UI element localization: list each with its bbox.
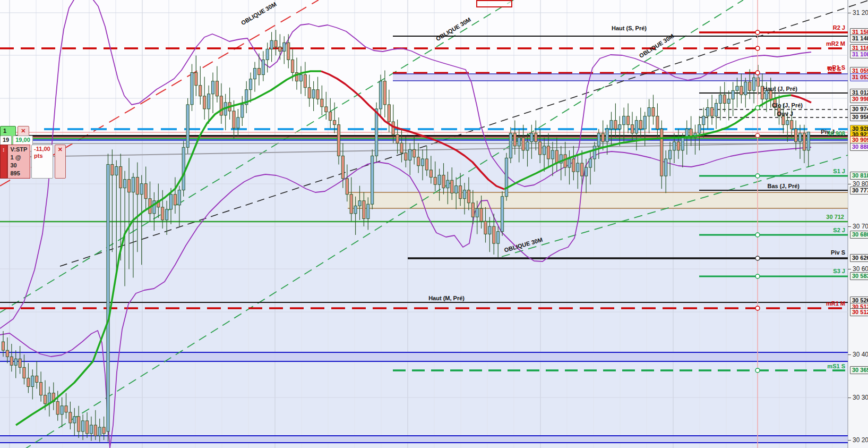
candle-up[interactable] [589,159,591,167]
candle-down[interactable] [36,376,38,382]
pivot-anchor-marker[interactable] [755,174,760,178]
candle-down[interactable] [400,143,403,153]
candle-up[interactable] [568,159,571,167]
candle-down[interactable] [782,116,785,125]
candle-down[interactable] [78,417,80,432]
pivot-anchor-marker[interactable] [755,30,760,35]
candle-up[interactable] [299,75,302,81]
candle-down[interactable] [56,402,59,415]
axis-price-label[interactable]: 30 512 [850,308,868,316]
candle-down[interactable] [350,195,353,214]
pivot-anchor-marker[interactable] [755,274,760,278]
candle-up[interactable] [358,201,361,206]
candle-up[interactable] [169,195,172,209]
axis-tick [848,184,851,184]
candle-up[interactable] [543,146,546,155]
candle-down[interactable] [174,195,176,205]
candle-down[interactable] [383,81,386,105]
candle-up[interactable] [643,116,646,129]
candle-down[interactable] [614,121,617,129]
candle-up[interactable] [593,146,596,159]
candle-up[interactable] [153,201,156,214]
candle-down[interactable] [27,378,30,386]
drag-stop-icon[interactable]: ↕ [0,145,7,179]
candle-up[interactable] [505,158,508,196]
candle-up[interactable] [610,121,613,129]
candle-down[interactable] [195,73,197,86]
candle-up[interactable] [237,117,239,128]
axis-price-label[interactable]: 30 956 [850,113,868,121]
candle-down[interactable] [341,156,344,179]
candle-down[interactable] [627,116,630,125]
candle-up[interactable] [786,121,789,125]
candle-up[interactable] [371,156,374,204]
candle-up[interactable] [266,49,269,60]
candle-down[interactable] [547,146,549,159]
candle-down[interactable] [417,157,420,166]
pivot-anchor-marker[interactable] [755,256,760,260]
candle-up[interactable] [354,206,357,213]
candle-down[interactable] [539,142,542,155]
pivot-anchor-marker[interactable] [755,233,760,237]
candle-up[interactable] [61,406,63,415]
pivot-anchor-marker[interactable] [755,306,760,310]
candle-down[interactable] [413,149,416,157]
axis-price-label[interactable]: 31 148 [850,35,868,43]
candle-up[interactable] [463,190,466,199]
axis-price-label[interactable]: 30 626 [850,254,868,262]
candle-down[interactable] [656,116,659,129]
candle-up[interactable] [623,116,625,125]
candle-down[interactable] [69,412,72,423]
candle-up[interactable] [497,232,500,244]
candle-down[interactable] [44,395,46,404]
candle-down[interactable] [6,350,8,357]
candle-down[interactable] [85,421,88,434]
candle-down[interactable] [564,155,566,167]
candle-down[interactable] [94,425,97,436]
axis-price-label[interactable]: 30 888 [850,143,868,151]
candle-down[interactable] [522,138,525,150]
candle-up[interactable] [31,376,34,386]
candle-up[interactable] [681,138,684,150]
candle-up[interactable] [551,150,554,159]
candle-up[interactable] [98,427,101,436]
candle-down[interactable] [333,121,336,125]
axis-price-label[interactable]: 30 777 [850,187,868,195]
candle-up[interactable] [178,190,181,205]
axis-price-label[interactable]: 30 998 [850,95,868,103]
candle-down[interactable] [467,190,470,203]
candle-down[interactable] [2,342,4,350]
axis-price-label[interactable]: 31 108 [850,50,868,58]
candle-up[interactable] [518,138,520,146]
candle-up[interactable] [702,116,705,125]
candle-up[interactable] [409,149,411,160]
axis-price-label[interactable]: 31 053 [850,73,868,81]
axis-price-label[interactable]: 30 818 [850,172,868,180]
axis-price-label[interactable]: 30 974 [850,105,868,113]
candle-down[interactable] [102,427,105,434]
candle-down[interactable] [677,142,680,150]
candle-down[interactable] [40,382,42,395]
candle-down[interactable] [790,121,793,129]
candle-up[interactable] [526,142,529,150]
cancel-stop-button[interactable]: ✕ [55,145,66,179]
selected-line-box[interactable] [476,0,512,7]
pivot-anchor-marker[interactable] [755,46,760,50]
candle-down[interactable] [555,150,558,163]
candle-up[interactable] [82,421,84,432]
candle-down[interactable] [639,121,642,129]
candle-up[interactable] [509,133,512,158]
candle-up[interactable] [73,417,76,423]
candle-up[interactable] [673,142,675,150]
candle-up[interactable] [421,159,424,166]
candle-down[interactable] [65,406,67,412]
axis-price-label[interactable]: 30 583 [850,272,868,280]
candle-down[interactable] [757,78,759,86]
candle-down[interactable] [405,153,407,160]
candle-up[interactable] [90,425,92,434]
candle-up[interactable] [669,150,672,159]
axis-price-label[interactable]: 30 680 [850,231,868,239]
axis-price-label[interactable]: 30 365 [850,366,868,374]
candle-down[interactable] [279,47,281,51]
stop-order-label[interactable]: V:STP 1 @ 30 895 [7,145,31,179]
